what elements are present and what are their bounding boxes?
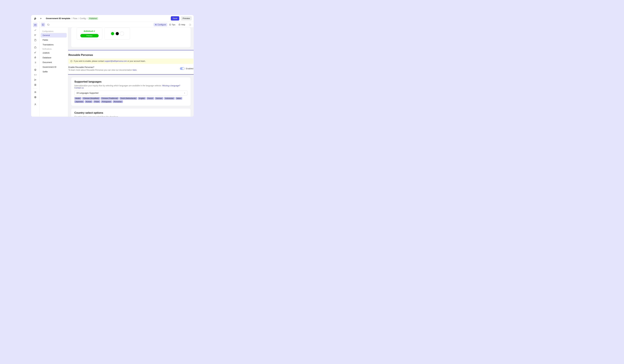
main-content: Robinhood ➶ Primary Reusable Personas xyxy=(68,27,194,117)
undo-icon[interactable] xyxy=(46,23,51,27)
tips-tab[interactable]: Tips xyxy=(168,23,177,26)
chip[interactable]: Chinese (Simplified) xyxy=(82,97,100,100)
rail-user-plus-icon[interactable] xyxy=(33,33,37,37)
rail-globe-icon[interactable] xyxy=(33,95,37,99)
reusable-alert: If you wish to enable, please contact su… xyxy=(68,58,193,64)
help-tab[interactable]: Help xyxy=(177,23,186,26)
svg-point-7 xyxy=(35,91,35,92)
rail-account-icon[interactable] xyxy=(33,102,37,107)
rail-list-icon[interactable] xyxy=(33,60,37,65)
chip[interactable]: English xyxy=(138,97,146,100)
chip[interactable]: French xyxy=(147,97,154,100)
languages-card: Supported languages Internationalize you… xyxy=(71,77,190,106)
status-badge: Published xyxy=(88,17,98,20)
rail-check-icon[interactable] xyxy=(33,28,37,32)
reusable-toggle[interactable] xyxy=(180,67,184,70)
languages-title: Supported languages xyxy=(74,80,187,83)
svg-rect-17 xyxy=(189,24,191,25)
rail-book-icon[interactable] xyxy=(33,83,37,87)
chip[interactable]: Indonesian xyxy=(164,97,175,100)
svg-point-13 xyxy=(156,24,156,24)
sidepanel-translations[interactable]: Translations xyxy=(41,42,67,47)
rail-inquiries-icon[interactable] xyxy=(33,23,37,27)
right-panel-toggle-icon[interactable] xyxy=(188,23,192,27)
svg-point-14 xyxy=(156,25,156,25)
svg-point-10 xyxy=(35,104,36,104)
reusable-title: Reusable Personas xyxy=(68,53,193,57)
preview-button[interactable]: Preview xyxy=(181,16,192,21)
rail-key-icon[interactable] xyxy=(33,50,37,55)
rail-briefcase-icon[interactable] xyxy=(33,45,37,49)
rail-layers-icon[interactable] xyxy=(33,68,37,72)
rail-share-icon[interactable] xyxy=(33,78,37,82)
svg-rect-11 xyxy=(42,24,44,25)
breadcrumb-title: Government ID template xyxy=(46,17,70,20)
app-logo: ρ xyxy=(33,17,37,20)
countries-title: Country select options xyxy=(74,111,187,114)
chip[interactable]: Japanese xyxy=(74,100,84,103)
reusable-enabled-label: Enabled xyxy=(186,68,193,70)
chip[interactable]: Korean xyxy=(85,100,93,103)
panel-toggle-icon[interactable] xyxy=(41,23,45,27)
sidepanel-government-id[interactable]: Government ID xyxy=(41,65,67,69)
topbar: ρ Government ID template / Flow / Config… xyxy=(31,15,194,22)
countries-subtitle: Countries that users can select from the… xyxy=(74,116,187,117)
sidepanel-selfie[interactable]: Selfie xyxy=(41,69,67,74)
support-email-link[interactable]: support@withpersona.com xyxy=(104,60,127,62)
svg-point-12 xyxy=(155,24,156,25)
body: Configurations General Fields Translatio… xyxy=(31,27,194,117)
svg-rect-2 xyxy=(34,47,36,48)
reusable-docs-link[interactable]: here xyxy=(132,69,136,71)
chip[interactable]: German xyxy=(155,97,163,100)
config-sidepanel: Configurations General Fields Translatio… xyxy=(39,27,68,117)
subbar: Configure Tips Help xyxy=(39,22,194,27)
reusable-personas-card: Reusable Personas If you wish to enable,… xyxy=(68,50,194,75)
theme-mockup-primary: Robinhood ➶ Primary xyxy=(77,27,102,40)
countries-card: Country select options Countries that us… xyxy=(71,109,190,117)
chip[interactable]: Romanian xyxy=(113,100,123,103)
swatch-black[interactable] xyxy=(115,32,119,36)
sidepanel-general[interactable]: General xyxy=(41,33,67,38)
rail-users-icon[interactable] xyxy=(33,90,37,94)
theme-preview-card: Robinhood ➶ Primary xyxy=(71,27,190,47)
chip[interactable]: Polish xyxy=(93,100,100,103)
breadcrumb: Government ID template / Flow / Config /… xyxy=(46,17,98,20)
theme-swatches xyxy=(104,27,130,40)
sidepanel-aamva[interactable]: AAMVA xyxy=(41,51,67,55)
back-button[interactable] xyxy=(39,17,43,20)
configurations-heading: Configurations xyxy=(41,29,67,33)
languages-select[interactable]: 19 Languages Supported xyxy=(74,91,187,95)
reusable-question: Enable Reusable Personas? xyxy=(68,66,137,68)
sidepanel-document[interactable]: Document xyxy=(41,60,67,65)
save-button[interactable]: Save xyxy=(171,16,179,21)
configure-tab[interactable]: Configure xyxy=(154,23,167,26)
chip[interactable]: Dutch (Netherlands) xyxy=(119,97,137,100)
rail-document-icon[interactable] xyxy=(33,38,37,42)
breadcrumb-config[interactable]: Config xyxy=(80,17,86,20)
svg-rect-0 xyxy=(34,24,36,26)
languages-chip-row: ArabicChinese (Simplified)Chinese (Tradi… xyxy=(74,97,187,103)
svg-point-8 xyxy=(36,92,36,92)
swatch-white[interactable] xyxy=(120,32,124,36)
chip[interactable]: Arabic xyxy=(74,97,81,100)
chip[interactable]: Chinese (Traditional) xyxy=(101,97,119,100)
svg-point-3 xyxy=(34,52,35,53)
rail-bolt-icon[interactable] xyxy=(33,55,37,60)
icon-rail xyxy=(31,22,39,117)
brand-logo: Robinhood ➶ xyxy=(84,30,95,32)
rail-code-icon[interactable] xyxy=(33,72,37,77)
verifications-heading: Verifications xyxy=(41,47,67,50)
swatch-green[interactable] xyxy=(111,32,114,36)
sidepanel-database[interactable]: Database xyxy=(41,55,67,60)
primary-button-preview: Primary xyxy=(80,34,99,37)
breadcrumb-flow[interactable]: Flow xyxy=(73,17,77,20)
chevron-down-icon xyxy=(184,92,185,94)
svg-point-1 xyxy=(35,34,35,35)
chip[interactable]: Italian xyxy=(176,97,182,100)
sidepanel-fields[interactable]: Fields xyxy=(41,38,67,42)
chip[interactable]: Portuguese xyxy=(101,100,112,103)
app-frame: ρ Government ID template / Flow / Config… xyxy=(31,15,194,117)
